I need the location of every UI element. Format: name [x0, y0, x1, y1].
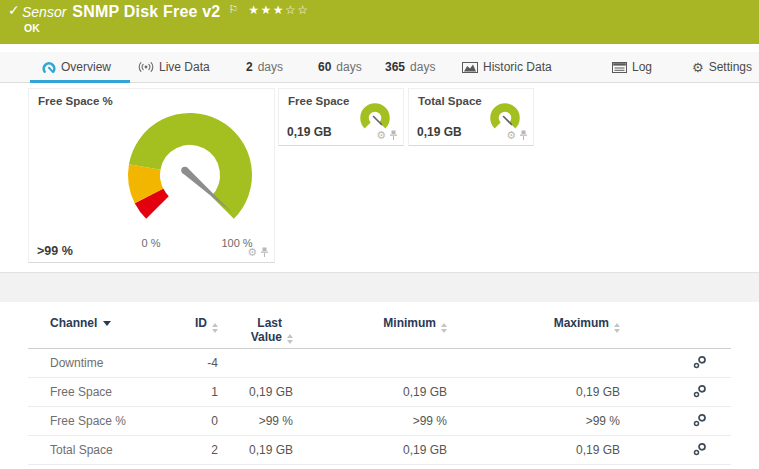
tab-60-days[interactable]: 60days	[318, 52, 362, 82]
tab-log[interactable]: Log	[612, 52, 652, 82]
priority-stars[interactable]: ★★★☆☆	[248, 3, 309, 17]
tab-live-data[interactable]: Live Data	[138, 52, 210, 82]
table-row-free-space[interactable]: Free Space 1 0,19 GB 0,19 GB 0,19 GB	[28, 378, 731, 407]
column-header-minimum[interactable]: Minimum	[293, 316, 447, 348]
panel-pin-icon[interactable]	[519, 130, 528, 141]
overview-gauges-section: Free Space % 0 % 100 % >99 % ⚙ Free Spac…	[0, 83, 759, 272]
tab-365-days[interactable]: 365days	[385, 52, 435, 82]
free-space-gauge-panel: Free Space 0,19 GB ⚙	[278, 88, 404, 146]
table-row-downtime[interactable]: Downtime -4	[28, 349, 731, 378]
free-space-percent-gauge	[115, 97, 265, 247]
historic-data-icon	[462, 62, 478, 73]
gauge-current-value: 0,19 GB	[287, 125, 332, 139]
prtg-sensor-page: ✓ Sensor SNMP Disk Free v2 ⚐ ★★★☆☆ OK Ov…	[0, 0, 759, 469]
status-badge: OK	[24, 22, 40, 34]
tab-settings[interactable]: ⚙ Settings	[692, 52, 752, 82]
sensor-title: SNMP Disk Free v2	[72, 3, 220, 21]
sensor-status-header: ✓ Sensor SNMP Disk Free v2 ⚐ ★★★☆☆ OK	[0, 0, 759, 44]
channel-settings-icon[interactable]	[693, 413, 707, 430]
channel-table-section: Channel ID Last Value Minimum Maximum Do…	[0, 302, 759, 469]
tab-overview[interactable]: Overview	[42, 52, 111, 82]
gauge-icon	[42, 61, 56, 74]
channel-table-header: Channel ID Last Value Minimum Maximum	[28, 302, 731, 349]
panel-gear-icon[interactable]: ⚙	[506, 130, 516, 141]
gauge-needle	[374, 117, 382, 125]
total-space-gauge-panel: Total Space 0,19 GB ⚙	[408, 88, 534, 146]
log-icon	[612, 62, 627, 73]
column-header-maximum[interactable]: Maximum	[447, 316, 620, 348]
gauge-title: Total Space	[418, 95, 482, 107]
gauge-current-value: >99 %	[37, 244, 73, 258]
gauge-needle	[504, 117, 512, 125]
gauge-current-value: 0,19 GB	[417, 125, 462, 139]
sensor-type-label: Sensor	[22, 4, 66, 20]
live-data-icon	[138, 61, 154, 73]
channel-table: Channel ID Last Value Minimum Maximum Do…	[28, 302, 731, 465]
panel-gear-icon[interactable]: ⚙	[376, 130, 386, 141]
tab-2-days[interactable]: 2days	[246, 52, 283, 82]
table-row-free-space-percent[interactable]: Free Space % 0 >99 % >99 % >99 %	[28, 407, 731, 436]
channel-settings-icon[interactable]	[693, 355, 707, 372]
gauge-title: Free Space %	[38, 95, 113, 107]
channel-settings-icon[interactable]	[693, 442, 707, 459]
status-check-icon: ✓	[8, 2, 20, 18]
gauge-scale-min: 0 %	[121, 237, 181, 249]
free-space-percent-gauge-panel: Free Space % 0 % 100 % >99 % ⚙	[28, 88, 275, 263]
flag-icon[interactable]: ⚐	[228, 3, 238, 16]
gear-icon: ⚙	[692, 61, 704, 74]
panel-gear-icon[interactable]: ⚙	[247, 247, 257, 258]
column-header-channel[interactable]: Channel	[28, 316, 160, 348]
tab-historic-data[interactable]: Historic Data	[462, 52, 552, 82]
section-divider	[0, 272, 759, 302]
gauge-title: Free Space	[288, 95, 349, 107]
channel-settings-icon[interactable]	[693, 384, 707, 401]
table-row-total-space[interactable]: Total Space 2 0,19 GB 0,19 GB 0,19 GB	[28, 436, 731, 465]
column-header-id[interactable]: ID	[160, 316, 218, 348]
column-header-last-value[interactable]: Last Value	[218, 316, 293, 348]
chevron-down-icon	[103, 321, 111, 326]
tab-bar: Overview Live Data 2days 60days 365days …	[0, 52, 759, 83]
panel-pin-icon[interactable]	[260, 247, 269, 258]
panel-pin-icon[interactable]	[389, 130, 398, 141]
